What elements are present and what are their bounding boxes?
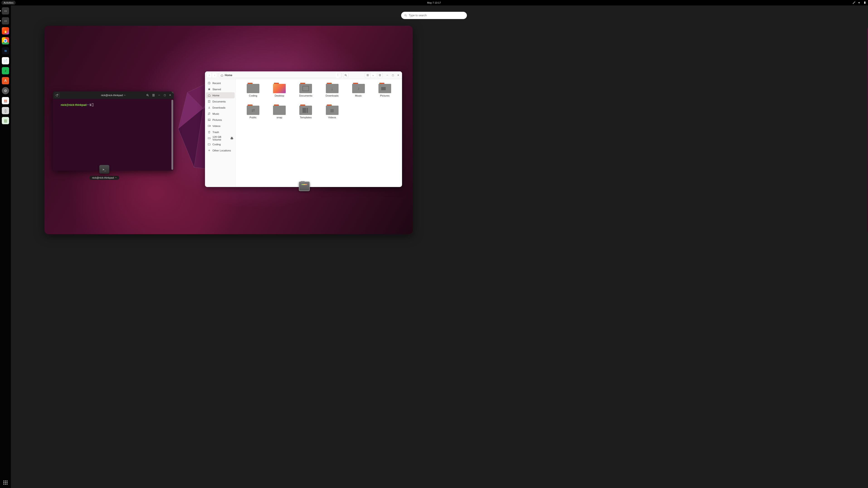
sidebar-item-label: Home [213, 94, 219, 97]
files-sidebar-coding[interactable]: Coding [205, 141, 236, 147]
hamburger-icon [152, 94, 155, 97]
dock-files-thumbnail[interactable]: ▭ [2, 17, 9, 25]
folder-icon [352, 83, 365, 93]
terminal-scrollbar[interactable] [172, 100, 173, 170]
terminal-window[interactable]: nick@nick-thinkpad: ~ ─ ▢ ✕ nick@nick-th… [53, 91, 174, 171]
dock-vscode[interactable]: ≋ [2, 47, 9, 55]
clock-label[interactable]: May 7 13:17 [427, 1, 441, 4]
dock-chrome[interactable] [2, 37, 9, 44]
home-icon [208, 94, 211, 97]
dock-libreoffice-writer[interactable]: 📄 [2, 57, 9, 64]
folder-icon [326, 104, 339, 115]
folder-icon [247, 104, 259, 115]
show-applications-button[interactable] [2, 479, 9, 486]
folder-pictures[interactable]: Pictures [372, 83, 398, 104]
folder-label: Coding [249, 94, 257, 97]
terminal-close-button[interactable]: ✕ [168, 93, 172, 97]
terminal-prompt-path: ~ [87, 103, 89, 106]
dock-spotify[interactable]: ♪ [2, 67, 9, 74]
files-sidebar-128-gb-volume[interactable]: 128 GB Volume [205, 135, 236, 141]
files-sidebar-pictures[interactable]: Pictures [205, 117, 236, 123]
files-path-label: Home [225, 74, 232, 77]
dock-archive-manager[interactable]: ▥ [2, 117, 9, 124]
svg-line-22 [346, 75, 347, 76]
files-sidebar-documents[interactable]: Documents [205, 98, 236, 104]
terminal-prompt-symbol: $ [90, 103, 91, 106]
files-sidebar-videos[interactable]: Videos [205, 123, 236, 129]
hamburger-icon [379, 74, 381, 76]
folder-label: Music [355, 94, 362, 97]
folder-downloads[interactable]: Downloads [319, 83, 345, 104]
battery-icon [864, 1, 866, 4]
files-headerbar[interactable]: ‹ › Home ⋮ ⌄ ─ [205, 71, 402, 79]
files-path-menu-button[interactable]: ⋮ [336, 72, 340, 78]
down-icon [208, 106, 211, 109]
folder-snap[interactable]: snap [266, 104, 292, 125]
dock-ubuntu-software[interactable]: A [2, 77, 9, 84]
folder-public[interactable]: Public [240, 104, 266, 125]
folder-coding[interactable]: Coding [240, 83, 266, 104]
files-nav-forward-button[interactable]: › [212, 72, 217, 78]
folder-desktop[interactable]: Desktop [266, 83, 292, 104]
files-grid[interactable]: CodingDesktopDocumentsDownloadsMusicPict… [236, 79, 402, 187]
files-search-button[interactable] [343, 72, 348, 78]
dock-settings[interactable]: ⚙ [2, 87, 9, 94]
terminal-overview-appicon[interactable]: >_ [99, 165, 109, 174]
files-hamburger-button[interactable] [377, 72, 382, 78]
files-sidebar-music[interactable]: Music [205, 110, 236, 117]
sidebar-item-label: Coding [213, 143, 221, 146]
terminal-body[interactable]: nick@nick-thinkpad:~ $ [53, 99, 174, 171]
eject-button[interactable] [230, 136, 233, 140]
sidebar-item-label: Recent [213, 82, 221, 85]
files-sidebar-recent[interactable]: Recent [205, 80, 236, 86]
clock-icon [208, 82, 211, 85]
svg-rect-13 [56, 95, 58, 96]
activities-button[interactable]: Activities [1, 1, 16, 5]
files-close-button[interactable]: ✕ [396, 73, 401, 78]
network-icon [852, 1, 855, 4]
overview-search-input[interactable] [409, 14, 464, 17]
files-sidebar-downloads[interactable]: Downloads [205, 104, 236, 110]
dock-usb-drive[interactable]: ▯ [2, 107, 9, 114]
terminal-cursor [92, 103, 93, 106]
files-minimize-button[interactable]: ─ [385, 73, 390, 78]
dock-terminal-thumbnail[interactable]: ▭ [2, 7, 9, 14]
system-tray[interactable] [852, 1, 866, 4]
folder-label: snap [277, 116, 282, 119]
workspace-2-peek[interactable] [867, 26, 868, 234]
terminal-new-tab-button[interactable] [55, 93, 60, 98]
dock-firefox[interactable]: 🔥 [2, 27, 9, 34]
folder-music[interactable]: Music [345, 83, 372, 104]
terminal-menu-button[interactable] [151, 93, 156, 98]
files-maximize-button[interactable]: ▢ [390, 73, 395, 78]
files-sidebar-other-locations[interactable]: Other Locations [205, 147, 236, 154]
trash-icon [208, 131, 211, 133]
files-window[interactable]: ‹ › Home ⋮ ⌄ ─ [205, 71, 402, 187]
sidebar-item-label: Other Locations [213, 149, 231, 152]
files-sidebar-trash[interactable]: Trash [205, 129, 236, 135]
sidebar-item-label: Downloads [213, 106, 225, 109]
terminal-titlebar[interactable]: nick@nick-thinkpad: ~ ─ ▢ ✕ [53, 91, 174, 99]
pic-icon [208, 118, 211, 121]
terminal-minimize-button[interactable]: ─ [157, 93, 161, 97]
doc-icon [208, 100, 211, 103]
files-overview-appicon[interactable] [299, 182, 310, 191]
svg-point-37 [210, 138, 210, 139]
workspace-1[interactable]: nick@nick-thinkpad: ~ ─ ▢ ✕ nick@nick-th… [44, 26, 413, 234]
folder-icon [326, 83, 339, 93]
terminal-maximize-button[interactable]: ▢ [162, 93, 167, 97]
list-view-icon [366, 74, 369, 76]
files-nav-back-button[interactable]: ‹ [206, 72, 212, 78]
folder-documents[interactable]: Documents [292, 83, 319, 104]
files-pathbar[interactable]: Home ⋮ [219, 72, 342, 78]
files-view-list-button[interactable] [365, 72, 370, 78]
folder-videos[interactable]: Videos [319, 104, 345, 125]
overview-search[interactable] [401, 12, 467, 19]
files-sidebar-starred[interactable]: Starred [205, 86, 236, 92]
files-view-dropdown-button[interactable]: ⌄ [370, 72, 376, 78]
dock-wps[interactable]: ▤ [2, 97, 9, 104]
files-sidebar-home[interactable]: Home [206, 92, 235, 98]
svg-point-5 [405, 14, 406, 16]
terminal-search-button[interactable] [145, 93, 150, 98]
folder-templates[interactable]: Templates [292, 104, 319, 125]
